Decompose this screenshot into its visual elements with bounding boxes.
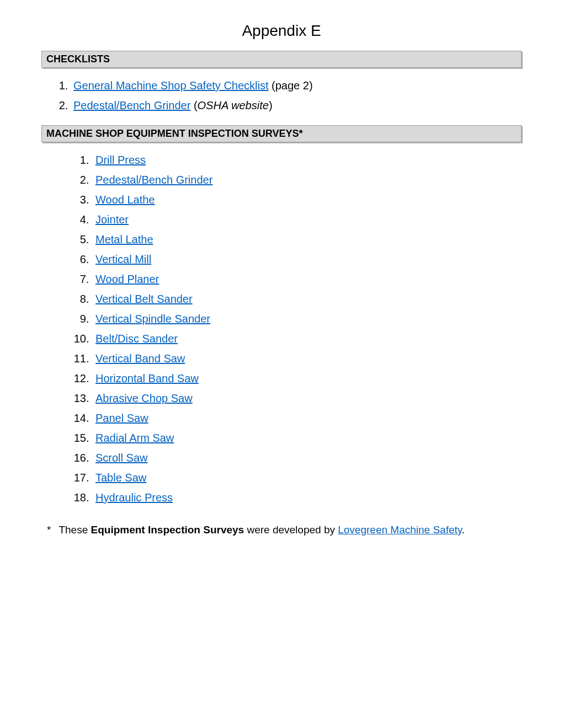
survey-link[interactable]: Vertical Mill: [95, 253, 151, 265]
list-item: Vertical Mill: [92, 249, 522, 269]
list-item: General Machine Shop Safety Checklist (p…: [71, 76, 522, 95]
survey-link[interactable]: Jointer: [95, 213, 129, 226]
list-item: Wood Lathe: [92, 190, 522, 210]
footnote-link[interactable]: Lovegreen Machine Safety: [338, 524, 462, 536]
list-item: Vertical Spindle Sander: [92, 309, 522, 329]
list-item: Vertical Belt Sander: [92, 289, 522, 309]
footnote-bold: Equipment Inspection Surveys: [91, 524, 245, 536]
survey-link[interactable]: Panel Saw: [95, 412, 148, 424]
page-title: Appendix E: [41, 22, 522, 40]
list-item: Panel Saw: [92, 408, 522, 428]
survey-link[interactable]: Vertical Belt Sander: [95, 293, 193, 305]
footnote-text: These Equipment Inspection Surveys were …: [59, 524, 465, 536]
checklist-suffix-italic: OSHA website: [198, 99, 269, 111]
list-item: Vertical Band Saw: [92, 349, 522, 368]
list-item: Pedestal/Bench Grinder (OSHA website): [71, 95, 522, 115]
page-container: Appendix E CHECKLISTS General Machine Sh…: [0, 0, 563, 558]
list-item: Drill Press: [92, 150, 522, 170]
surveys-list: Drill PressPedestal/Bench Grinder Wood L…: [41, 150, 522, 507]
survey-link[interactable]: Abrasive Chop Saw: [95, 392, 193, 404]
survey-link[interactable]: Radial Arm Saw: [95, 432, 174, 444]
survey-link[interactable]: Vertical Band Saw: [95, 352, 185, 365]
checklist-suffix: (page 2): [269, 79, 313, 92]
survey-link[interactable]: Wood Planer: [95, 273, 159, 285]
survey-link[interactable]: Table Saw: [95, 472, 146, 484]
list-item: Metal Lathe: [92, 229, 522, 249]
list-item: Belt/Disc Sander: [92, 329, 522, 349]
footnote-post: .: [462, 524, 465, 536]
checklist-suffix-close: ): [269, 99, 273, 111]
survey-link[interactable]: Horizontal Band Saw: [95, 372, 199, 384]
list-item: Radial Arm Saw: [92, 428, 522, 448]
checklist-link-grinder[interactable]: Pedestal/Bench Grinder: [73, 99, 190, 111]
survey-link[interactable]: Belt/Disc Sander: [95, 333, 178, 345]
checklist-suffix-open: (: [190, 99, 197, 111]
survey-link[interactable]: Wood Lathe: [95, 194, 155, 206]
list-item: Scroll Saw: [92, 448, 522, 468]
checklists-list: General Machine Shop Safety Checklist (p…: [41, 76, 522, 115]
list-item: Table Saw: [92, 468, 522, 488]
survey-link[interactable]: Hydraulic Press: [95, 491, 173, 504]
list-item: Hydraulic Press: [92, 488, 522, 507]
footnote-marker: *: [47, 524, 51, 536]
surveys-header: MACHINE SHOP EQUIPMENT INSPECTION SURVEY…: [41, 125, 522, 142]
footnote-mid: were developed by: [244, 524, 338, 536]
checklist-link-general[interactable]: General Machine Shop Safety Checklist: [73, 79, 269, 92]
list-item: Horizontal Band Saw: [92, 368, 522, 388]
list-item: Abrasive Chop Saw: [92, 388, 522, 408]
survey-link[interactable]: Scroll Saw: [95, 452, 147, 464]
list-item: Wood Planer: [92, 269, 522, 289]
survey-link[interactable]: Vertical Spindle Sander: [95, 313, 210, 325]
checklists-header: CHECKLISTS: [41, 51, 522, 68]
survey-link[interactable]: Pedestal/Bench Grinder: [95, 174, 213, 186]
survey-link[interactable]: Metal Lathe: [95, 233, 153, 245]
footnote: * These Equipment Inspection Surveys wer…: [41, 524, 522, 536]
survey-link[interactable]: Drill Press: [95, 154, 146, 166]
list-item: Jointer: [92, 210, 522, 229]
footnote-pre: These: [59, 524, 91, 536]
list-item: Pedestal/Bench Grinder: [92, 170, 522, 190]
